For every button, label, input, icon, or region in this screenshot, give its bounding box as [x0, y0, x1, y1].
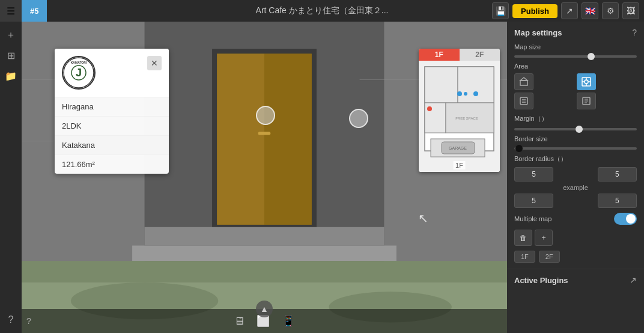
- list-item: 2LDK: [55, 117, 169, 136]
- info-card-header: KAMATORI J ✕: [55, 49, 169, 97]
- info-card-close-button[interactable]: ✕: [147, 56, 162, 70]
- hotspot-2[interactable]: [349, 109, 368, 128]
- margin-slider[interactable]: [514, 128, 637, 130]
- map-actions: 🗑 ＋: [514, 230, 637, 246]
- border-radius-top-left[interactable]: [514, 167, 553, 182]
- map-size-thumb[interactable]: [588, 53, 595, 60]
- border-radius-grid: example: [514, 167, 637, 208]
- svg-text:KAMATORI: KAMATORI: [71, 61, 87, 64]
- desktop-icon[interactable]: 🖥: [234, 315, 245, 328]
- margin-thumb[interactable]: [576, 126, 583, 133]
- add-icon: ＋: [540, 233, 547, 243]
- settings-button[interactable]: ⚙: [602, 2, 619, 19]
- area-icon-1: [519, 77, 529, 87]
- toggle-knob: [626, 214, 636, 224]
- active-plugins-title: Active Plugins: [514, 276, 568, 285]
- minimap-tab-2f[interactable]: 2F: [460, 49, 500, 61]
- save-icon: 💾: [496, 6, 506, 16]
- sidebar-item-grid[interactable]: ⊞: [2, 47, 19, 64]
- svg-rect-13: [132, 246, 396, 261]
- border-radius-bottom-left[interactable]: [514, 194, 553, 208]
- area-btn-4[interactable]: [577, 93, 596, 109]
- mobile-icon[interactable]: 📱: [282, 314, 295, 328]
- map-size-slider[interactable]: [514, 55, 637, 58]
- hamburger-button[interactable]: ☰: [0, 0, 22, 22]
- help-icon: ?: [8, 314, 14, 325]
- image-button[interactable]: 🖼: [622, 2, 639, 19]
- settings-icon: ⚙: [607, 6, 615, 16]
- svg-text:J: J: [76, 67, 82, 79]
- area-buttons-grid: [514, 73, 637, 109]
- svg-rect-12: [145, 227, 384, 246]
- floorplan-svg: FREE SPACE GARAGE: [419, 61, 500, 172]
- svg-point-32: [427, 106, 432, 111]
- panel-help-icon[interactable]: ?: [632, 28, 637, 37]
- multiple-map-row: Multiple map: [514, 213, 637, 225]
- publish-button[interactable]: Publish: [512, 4, 557, 18]
- border-size-label: Border size: [514, 135, 637, 142]
- help-bottom-icon[interactable]: ?: [26, 316, 31, 326]
- info-card-body: Hiragana 2LDK Katakana 121.66m²: [55, 97, 169, 174]
- floor-tabs-row: 1F 2F: [514, 251, 637, 263]
- topbar-actions: 💾 Publish ↗ 🇬🇧 ⚙ 🖼: [492, 2, 644, 19]
- left-sidebar: ＋ ⊞ 📁 ?: [0, 22, 22, 333]
- svg-text:GARAGE: GARAGE: [449, 146, 467, 150]
- area-icon-2: [582, 77, 591, 87]
- border-size-slider[interactable]: [514, 147, 637, 150]
- sidebar-item-folder[interactable]: 📁: [2, 67, 19, 84]
- border-radius-bottom-right[interactable]: [598, 194, 637, 208]
- example-label: example: [556, 184, 595, 191]
- hamburger-icon: ☰: [7, 5, 15, 17]
- border-radius-label: Border radius（）: [514, 154, 637, 163]
- list-item: Hiragana: [55, 97, 169, 117]
- up-arrow-button[interactable]: ▲: [256, 301, 273, 317]
- right-panel: Map settings ? Map size Area: [507, 22, 644, 333]
- sidebar-item-add[interactable]: ＋: [2, 26, 19, 43]
- share-button[interactable]: ↗: [561, 2, 578, 19]
- panel-header: Map settings ?: [514, 28, 637, 37]
- svg-rect-25: [458, 67, 494, 103]
- floor-tab-1f[interactable]: 1F: [514, 251, 535, 263]
- active-plugins-header: Active Plugins ↗: [507, 269, 644, 291]
- svg-point-34: [473, 91, 478, 96]
- minimap-tabs: 1F 2F: [419, 49, 500, 61]
- floor-label: 1F: [453, 161, 466, 170]
- svg-rect-36: [520, 81, 527, 85]
- svg-point-35: [464, 92, 467, 96]
- save-button[interactable]: 💾: [492, 2, 509, 19]
- topbar-left: ☰ #5: [0, 0, 47, 22]
- floor-tab-2f[interactable]: 2F: [539, 251, 560, 263]
- minimap-content: FREE SPACE GARAGE 1F: [419, 61, 500, 172]
- hotspot-1[interactable]: [256, 106, 275, 125]
- area-icon-3: [519, 96, 529, 106]
- area-btn-2[interactable]: [577, 73, 596, 90]
- panel-title: Map settings: [514, 28, 562, 37]
- minimap-tab-1f[interactable]: 1F: [419, 49, 460, 61]
- area-icon-4: [582, 96, 591, 106]
- svg-marker-37: [520, 78, 527, 81]
- share-icon: ↗: [566, 6, 573, 16]
- tab-number[interactable]: #5: [22, 0, 47, 22]
- expand-icon[interactable]: ↗: [630, 275, 637, 285]
- language-button[interactable]: 🇬🇧: [582, 2, 598, 19]
- svg-rect-11: [258, 132, 270, 135]
- language-icon: 🇬🇧: [585, 6, 595, 16]
- area-label: Area: [514, 63, 637, 70]
- map-size-label: Map size: [514, 43, 637, 50]
- multiple-map-toggle[interactable]: [614, 213, 637, 225]
- info-card: KAMATORI J ✕ Hiragana 2LDK Katakana 121.…: [55, 49, 169, 174]
- area-btn-1[interactable]: [514, 73, 533, 90]
- svg-rect-10: [264, 53, 312, 224]
- border-size-thumb[interactable]: [515, 145, 523, 152]
- add-map-button[interactable]: ＋: [535, 230, 553, 246]
- border-radius-top-right[interactable]: [598, 167, 637, 182]
- area-btn-3[interactable]: [514, 93, 533, 109]
- folder-icon: 📁: [5, 70, 17, 82]
- sidebar-item-help[interactable]: ?: [2, 311, 19, 328]
- map-settings-section: Map settings ? Map size Area: [507, 22, 644, 269]
- delete-icon: 🗑: [520, 234, 527, 242]
- delete-map-button[interactable]: 🗑: [514, 230, 532, 246]
- topbar: ☰ #5 Art Cafe かまとり住宅（金田東２... 💾 Publish ↗…: [0, 0, 644, 22]
- bottom-bar: ▲ 🖥 ⬜ 📱 ?: [22, 309, 507, 333]
- main-layout: ＋ ⊞ 📁 ?: [0, 22, 644, 333]
